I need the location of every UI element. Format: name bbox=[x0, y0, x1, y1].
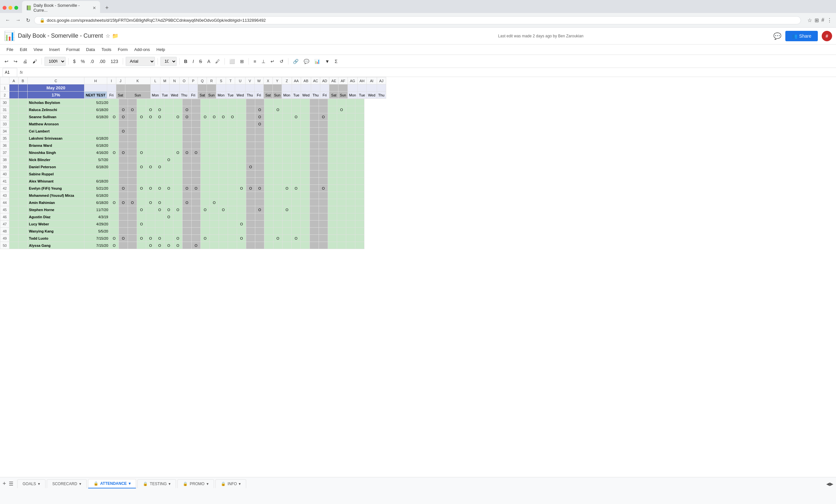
cell-day-14-45[interactable] bbox=[237, 206, 246, 213]
cell-b-34[interactable] bbox=[19, 128, 27, 135]
cell-day-7-44[interactable] bbox=[173, 199, 183, 206]
cell-day-10-37[interactable] bbox=[201, 149, 210, 156]
cell-day-14-39[interactable] bbox=[237, 163, 246, 171]
col-s-header[interactable]: S bbox=[216, 77, 226, 84]
cell-b-50[interactable] bbox=[19, 242, 27, 249]
cell-day-4-32[interactable]: O bbox=[146, 113, 155, 120]
cell-day-3-49[interactable]: O bbox=[137, 235, 146, 242]
cell-day-2-32[interactable] bbox=[128, 113, 137, 120]
cell-day-9-30[interactable] bbox=[192, 99, 201, 106]
cell-next-test-37[interactable]: 4/16/20 bbox=[84, 149, 110, 156]
cell-day-17-33[interactable] bbox=[264, 120, 273, 128]
cell-day-1-31[interactable]: O bbox=[119, 106, 128, 113]
cell-day-16-34[interactable] bbox=[255, 128, 264, 135]
cell-day-4-48[interactable] bbox=[146, 228, 155, 235]
cell-day-7-46[interactable] bbox=[173, 213, 183, 220]
cell-day-12-47[interactable] bbox=[219, 220, 228, 228]
cell-day-4-42[interactable]: O bbox=[146, 185, 155, 192]
cell-day-20-32[interactable]: O bbox=[292, 113, 301, 120]
cell-day-10-45[interactable]: O bbox=[201, 206, 210, 213]
cell-day-25-39[interactable] bbox=[337, 163, 346, 171]
cell-name-49[interactable]: Todd Luoto bbox=[27, 235, 84, 242]
cell-day-22-37[interactable] bbox=[310, 149, 319, 156]
cell-day-18-44[interactable] bbox=[273, 199, 283, 206]
filter-button[interactable]: ▼ bbox=[323, 57, 331, 65]
cell-day-20-48[interactable] bbox=[292, 228, 301, 235]
cell-day-6-37[interactable] bbox=[164, 149, 173, 156]
cell-day-22-31[interactable] bbox=[310, 106, 319, 113]
cell-day-23-44[interactable] bbox=[319, 199, 328, 206]
cell-day-11-45[interactable] bbox=[210, 206, 219, 213]
cell-day-27-38[interactable] bbox=[355, 156, 364, 163]
cell-day-26-50[interactable] bbox=[346, 242, 355, 249]
percent-button[interactable]: % bbox=[79, 57, 87, 65]
cell-day-24-32[interactable] bbox=[328, 113, 337, 120]
cell-day-24-31[interactable] bbox=[328, 106, 337, 113]
cell-next-test-50[interactable]: 7/15/20 bbox=[84, 242, 110, 249]
cell-day-23-40[interactable] bbox=[319, 171, 328, 178]
col-x-header[interactable]: X bbox=[263, 77, 272, 84]
cell-a-47[interactable] bbox=[10, 220, 19, 228]
cell-a-48[interactable] bbox=[10, 228, 19, 235]
col-ai-header[interactable]: AI bbox=[367, 77, 377, 84]
cell-day-21-44[interactable] bbox=[301, 199, 310, 206]
cell-day-24-46[interactable] bbox=[328, 213, 337, 220]
cell-day-16-32[interactable]: O bbox=[255, 113, 264, 120]
cell-day-11-37[interactable] bbox=[210, 149, 219, 156]
cell-name-31[interactable]: Raluca Zelinschi bbox=[27, 106, 84, 113]
cell-day-25-31[interactable]: O bbox=[337, 106, 346, 113]
cell-day-1-41[interactable] bbox=[119, 178, 128, 185]
cell-day-17-39[interactable] bbox=[264, 163, 273, 171]
cell-day-9-45[interactable] bbox=[192, 206, 201, 213]
cell-day-21-32[interactable] bbox=[301, 113, 310, 120]
cell-day-9-32[interactable] bbox=[192, 113, 201, 120]
cell-day-24-38[interactable] bbox=[328, 156, 337, 163]
cell-day-16-41[interactable] bbox=[255, 178, 264, 185]
cell-day-7-36[interactable] bbox=[173, 142, 183, 149]
cell-day-2-35[interactable] bbox=[128, 135, 137, 142]
cell-name-33[interactable]: Matthew Aronson bbox=[27, 120, 84, 128]
col-aa-header[interactable]: AA bbox=[292, 77, 301, 84]
cell-day-6-45[interactable]: O bbox=[164, 206, 173, 213]
cell-day-2-49[interactable] bbox=[128, 235, 137, 242]
cell-day-24-48[interactable] bbox=[328, 228, 337, 235]
col-ah-header[interactable]: AH bbox=[358, 77, 367, 84]
cell-day-16-49[interactable] bbox=[255, 235, 264, 242]
cell-day-11-41[interactable] bbox=[210, 178, 219, 185]
cell-day-10-39[interactable] bbox=[201, 163, 210, 171]
cell-a-37[interactable] bbox=[10, 149, 19, 156]
cell-next-test-34[interactable] bbox=[84, 128, 110, 135]
cell-day-7-48[interactable] bbox=[173, 228, 183, 235]
cell-day-12-39[interactable] bbox=[219, 163, 228, 171]
cell-day-27-35[interactable] bbox=[355, 135, 364, 142]
cell-day-13-44[interactable] bbox=[228, 199, 237, 206]
cell-day-11-31[interactable] bbox=[210, 106, 219, 113]
cell-day-1-38[interactable] bbox=[119, 156, 128, 163]
cell-day-26-32[interactable] bbox=[346, 113, 355, 120]
cell-day-10-31[interactable] bbox=[201, 106, 210, 113]
cell-day-6-40[interactable] bbox=[164, 171, 173, 178]
cell-day-11-39[interactable] bbox=[210, 163, 219, 171]
cell-day-5-30[interactable] bbox=[155, 99, 164, 106]
cell-name-41[interactable]: Alex Whisnant bbox=[27, 178, 84, 185]
cell-day-19-49[interactable] bbox=[283, 235, 292, 242]
cell-day-6-44[interactable] bbox=[164, 199, 173, 206]
cell-day-14-50[interactable] bbox=[237, 242, 246, 249]
cell-day-23-43[interactable] bbox=[319, 192, 328, 199]
cell-day-13-32[interactable]: O bbox=[228, 113, 237, 120]
cell-day-1-33[interactable] bbox=[119, 120, 128, 128]
cell-day-3-34[interactable] bbox=[137, 128, 146, 135]
col-ab-header[interactable]: AB bbox=[301, 77, 311, 84]
cell-day-24-43[interactable] bbox=[328, 192, 337, 199]
cell-day-1-42[interactable]: O bbox=[119, 185, 128, 192]
cell-day-5-36[interactable] bbox=[155, 142, 164, 149]
cell-day-27-31[interactable] bbox=[355, 106, 364, 113]
cell-day-16-43[interactable] bbox=[255, 192, 264, 199]
borders-button[interactable]: ⬜ bbox=[227, 57, 237, 65]
cell-day-22-46[interactable] bbox=[310, 213, 319, 220]
cell-day-17-43[interactable] bbox=[264, 192, 273, 199]
cell-day-14-32[interactable] bbox=[237, 113, 246, 120]
cell-day-1-35[interactable] bbox=[119, 135, 128, 142]
comment-icon[interactable]: 💬 bbox=[773, 32, 781, 40]
cell-day-14-37[interactable] bbox=[237, 149, 246, 156]
